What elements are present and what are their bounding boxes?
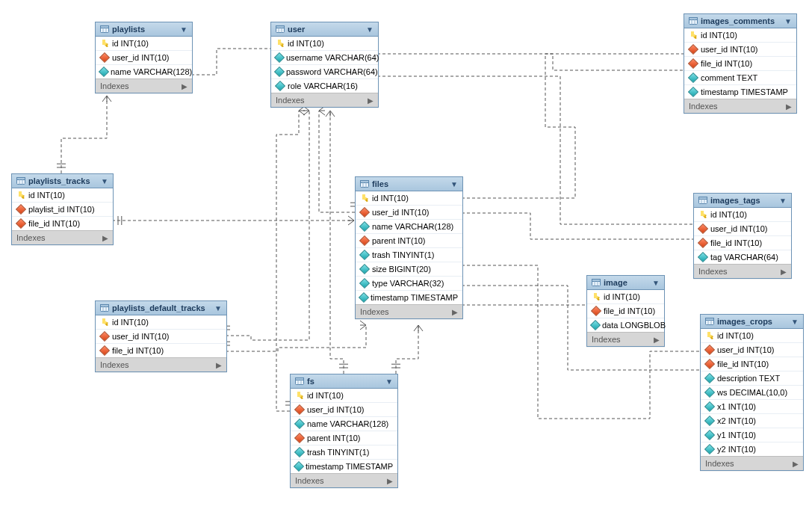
expand-arrow-icon[interactable]: ▶ (793, 460, 799, 468)
column-row[interactable]: x1 INT(10) (701, 400, 803, 414)
column-row[interactable]: name VARCHAR(128) (291, 417, 397, 431)
column-row[interactable]: file_id INT(10) (12, 217, 113, 230)
column-row[interactable]: timestamp TIMESTAMP (291, 460, 397, 473)
column-row[interactable]: id INT(10) (684, 28, 796, 43)
indexes-section[interactable]: Indexes▶ (356, 304, 462, 318)
column-row[interactable]: file_id INT(10) (701, 357, 803, 371)
expand-arrow-icon[interactable]: ▶ (216, 361, 222, 369)
column-row[interactable]: id INT(10) (587, 290, 664, 304)
column-row[interactable]: trash TINYINT(1) (291, 445, 397, 460)
column-row[interactable]: name VARCHAR(128) (96, 65, 192, 78)
column-row[interactable]: user_id INT(10) (684, 43, 796, 57)
collapse-arrow-icon[interactable]: ▼ (652, 279, 660, 287)
entity-image[interactable]: image▼id INT(10)file_id INT(10)data LONG… (586, 275, 665, 347)
column-row[interactable]: user_id INT(10) (701, 343, 803, 357)
indexes-section[interactable]: Indexes▶ (587, 332, 664, 346)
expand-arrow-icon[interactable]: ▶ (781, 268, 787, 276)
indexes-section[interactable]: Indexes▶ (684, 99, 796, 113)
collapse-arrow-icon[interactable]: ▼ (450, 180, 458, 188)
column-row[interactable]: id INT(10) (12, 188, 113, 203)
column-row[interactable]: file_id INT(10) (694, 236, 791, 250)
entity-title[interactable]: fs▼ (291, 374, 397, 389)
column-row[interactable]: tag VARCHAR(64) (694, 250, 791, 264)
expand-arrow-icon[interactable]: ▶ (182, 82, 187, 90)
column-row[interactable]: type VARCHAR(32) (356, 277, 462, 291)
indexes-section[interactable]: Indexes▶ (96, 357, 226, 371)
collapse-arrow-icon[interactable]: ▼ (180, 25, 187, 34)
column-row[interactable]: id INT(10) (271, 37, 378, 51)
column-row[interactable]: id INT(10) (96, 315, 226, 330)
column-row[interactable]: id INT(10) (694, 208, 791, 222)
column-row[interactable]: comment TEXT (684, 71, 796, 85)
collapse-arrow-icon[interactable]: ▼ (784, 17, 792, 25)
column-row[interactable]: id INT(10) (291, 389, 397, 403)
column-row[interactable]: playlist_id INT(10) (12, 203, 113, 217)
indexes-section[interactable]: Indexes▶ (96, 78, 192, 93)
column-row[interactable]: role VARCHAR(16) (271, 79, 378, 93)
column-row[interactable]: trash TINYINT(1) (356, 248, 462, 262)
column-row[interactable]: user_id INT(10) (96, 330, 226, 344)
column-row[interactable]: id INT(10) (96, 37, 192, 51)
entity-title[interactable]: images_crops▼ (701, 315, 803, 329)
column-row[interactable]: file_id INT(10) (587, 304, 664, 318)
column-row[interactable]: ws DECIMAL(10,0) (701, 386, 803, 400)
column-row[interactable]: file_id INT(10) (96, 344, 226, 357)
column-row[interactable]: user_id INT(10) (356, 206, 462, 220)
column-row[interactable]: y2 INT(10) (701, 442, 803, 456)
column-row[interactable]: id INT(10) (356, 191, 462, 206)
entity-title[interactable]: images_tags▼ (694, 194, 791, 208)
entity-images-crops[interactable]: images_crops▼id INT(10)user_id INT(10)fi… (700, 314, 804, 471)
column-row[interactable]: parent INT(10) (356, 234, 462, 248)
entity-playlists[interactable]: playlists▼id INT(10)user_id INT(10)name … (95, 22, 193, 93)
column-row[interactable]: data LONGBLOB (587, 318, 664, 332)
entity-user[interactable]: user▼id INT(10)username VARCHAR(64)passw… (270, 22, 379, 108)
entity-title[interactable]: user▼ (271, 22, 378, 37)
entity-title[interactable]: image▼ (587, 276, 664, 290)
column-row[interactable]: file_id INT(10) (684, 57, 796, 71)
collapse-arrow-icon[interactable]: ▼ (366, 25, 374, 34)
column-row[interactable]: user_id INT(10) (291, 403, 397, 417)
column-row[interactable]: name VARCHAR(128) (356, 220, 462, 234)
collapse-arrow-icon[interactable]: ▼ (779, 197, 787, 205)
entity-title[interactable]: files▼ (356, 177, 462, 191)
expand-arrow-icon[interactable]: ▶ (786, 102, 792, 111)
indexes-section[interactable]: Indexes▶ (12, 230, 113, 244)
foreign-key-icon (689, 45, 698, 54)
column-row[interactable]: username VARCHAR(64) (271, 51, 378, 65)
indexes-section[interactable]: Indexes▶ (701, 456, 803, 470)
column-row[interactable]: password VARCHAR(64) (271, 65, 378, 79)
column-row[interactable]: description TEXT (701, 371, 803, 386)
collapse-arrow-icon[interactable]: ▼ (214, 304, 222, 312)
entity-title[interactable]: playlists_tracks▼ (12, 174, 113, 188)
expand-arrow-icon[interactable]: ▶ (368, 96, 374, 105)
entity-images-tags[interactable]: images_tags▼id INT(10)user_id INT(10)fil… (693, 193, 792, 279)
collapse-arrow-icon[interactable]: ▼ (385, 377, 393, 386)
indexes-section[interactable]: Indexes▶ (694, 264, 791, 278)
collapse-arrow-icon[interactable]: ▼ (791, 318, 799, 326)
entity-title[interactable]: playlists▼ (96, 22, 192, 37)
expand-arrow-icon[interactable]: ▶ (387, 477, 393, 485)
entity-images-comments[interactable]: images_comments▼id INT(10)user_id INT(10… (684, 13, 797, 114)
entity-title[interactable]: images_comments▼ (684, 14, 796, 28)
entity-title[interactable]: playlists_default_tracks▼ (96, 301, 226, 315)
indexes-section[interactable]: Indexes▶ (271, 93, 378, 107)
column-row[interactable]: user_id INT(10) (694, 222, 791, 236)
indexes-section[interactable]: Indexes▶ (291, 473, 397, 487)
entity-fs[interactable]: fs▼id INT(10)user_id INT(10)name VARCHAR… (290, 374, 398, 488)
entity-playlists-default-tracks[interactable]: playlists_default_tracks▼id INT(10)user_… (95, 300, 227, 372)
expand-arrow-icon[interactable]: ▶ (654, 336, 660, 344)
expand-arrow-icon[interactable]: ▶ (452, 308, 458, 316)
entity-playlists-tracks[interactable]: playlists_tracks▼id INT(10)playlist_id I… (11, 173, 114, 245)
entity-files[interactable]: files▼id INT(10)user_id INT(10)name VARC… (355, 176, 463, 319)
column-row[interactable]: x2 INT(10) (701, 414, 803, 428)
column-row[interactable]: timestamp TIMESTAMP (684, 85, 796, 99)
column-row[interactable]: y1 INT(10) (701, 428, 803, 442)
columns-list: id INT(10)file_id INT(10)data LONGBLOB (587, 290, 664, 332)
expand-arrow-icon[interactable]: ▶ (102, 234, 108, 242)
column-row[interactable]: user_id INT(10) (96, 51, 192, 65)
collapse-arrow-icon[interactable]: ▼ (101, 177, 108, 185)
column-row[interactable]: size BIGINT(20) (356, 262, 462, 277)
column-row[interactable]: timestamp TIMESTAMP (356, 291, 462, 304)
column-row[interactable]: parent INT(10) (291, 431, 397, 445)
column-row[interactable]: id INT(10) (701, 329, 803, 343)
